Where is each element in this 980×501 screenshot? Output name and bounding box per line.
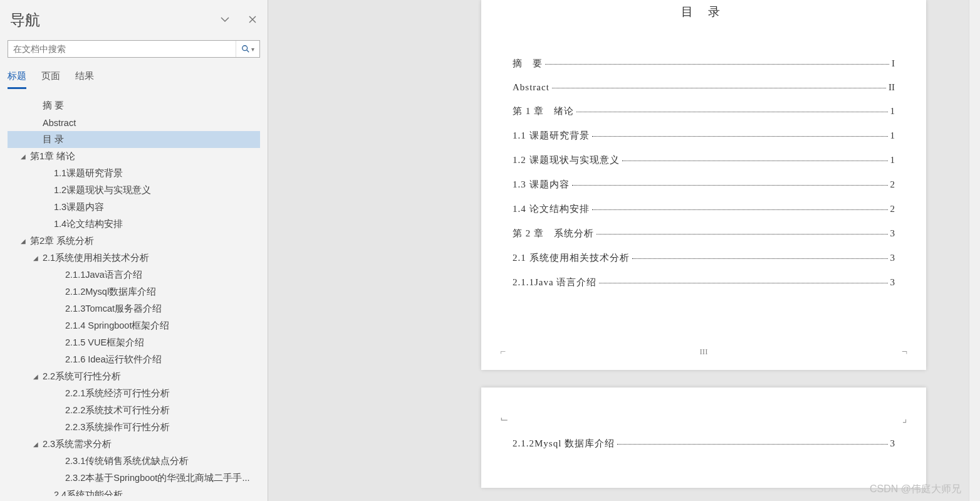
vertical-scrollbar[interactable]	[969, 0, 980, 501]
toc-leader-dots	[576, 112, 888, 112]
outline-item[interactable]: 2.1.5 VUE框架介绍	[8, 334, 260, 351]
tab-results[interactable]: 结果	[75, 68, 94, 89]
toc-leader-dots	[622, 161, 888, 161]
outline-item[interactable]: 1.1课题研究背景	[8, 165, 260, 182]
outline-item[interactable]: ◢第1章 绪论	[8, 148, 260, 165]
toc-page-number: 3	[890, 228, 895, 239]
outline-item-label: 2.3.2本基于Springboot的华强北商城二手手...	[65, 472, 249, 484]
outline-item[interactable]: 2.3.2本基于Springboot的华强北商城二手手...	[8, 470, 260, 487]
outline-item-label: 2.1.3Tomcat服务器介绍	[65, 303, 162, 315]
toc-title: 目 录	[513, 4, 895, 20]
toc-label: 摘 要	[513, 58, 543, 70]
outline-item[interactable]: 2.3.1传统销售系统优缺点分析	[8, 453, 260, 470]
toc-row[interactable]: 1.4 论文结构安排2	[513, 203, 895, 215]
toc-row[interactable]: 1.1 课题研究背景1	[513, 130, 895, 142]
toc-leader-dots	[599, 283, 887, 283]
outline-item-label: 2.1.5 VUE框架介绍	[65, 337, 144, 349]
outline-item[interactable]: ◢2.3系统需求分析	[8, 436, 260, 453]
collapse-arrow-icon[interactable]: ◢	[31, 441, 40, 448]
toc-leader-dots	[545, 64, 889, 65]
toc-row[interactable]: 1.3 课题内容2	[513, 179, 895, 191]
toc-page-number: 3	[890, 277, 895, 288]
toc-page-number: 1	[890, 106, 895, 117]
outline-tree: 摘 要Abstract目 录◢第1章 绪论1.1课题研究背景1.2课题现状与实现…	[8, 97, 260, 496]
toc-leader-dots	[617, 444, 887, 445]
toc-leader-dots	[572, 185, 888, 186]
search-button[interactable]: ▾	[236, 41, 259, 57]
outline-item[interactable]: 摘 要	[8, 97, 260, 114]
collapse-arrow-icon[interactable]: ◢	[19, 238, 28, 245]
toc-page-number: 1	[890, 155, 895, 166]
toc-row[interactable]: 2.1 系统使用相关技术分析3	[513, 252, 895, 264]
nav-title: 导航	[10, 10, 40, 30]
toc-page-number: I	[892, 58, 895, 69]
navigation-panel: 导航 ▾ 标题 页面 结果 摘 要Abstract目 录◢第1章 绪论1.1课题…	[0, 0, 268, 501]
outline-item[interactable]: 2.1.6 Idea运行软件介绍	[8, 351, 260, 368]
outline-item-label: 2.2.1系统经济可行性分析	[65, 388, 170, 399]
svg-point-0	[242, 46, 248, 51]
outline-item[interactable]: 1.4论文结构安排	[8, 216, 260, 233]
toc-label: 第 2 章 系统分析	[513, 228, 594, 240]
outline-item[interactable]: ◢第2章 系统分析	[8, 233, 260, 250]
toc-row[interactable]: 第 2 章 系统分析3	[513, 228, 895, 240]
toc-label: 1.4 论文结构安排	[513, 203, 590, 215]
document-area[interactable]: 目 录 摘 要IAbstractII第 1 章 绪论11.1 课题研究背景11.…	[268, 0, 969, 501]
outline-item[interactable]: 目 录	[8, 131, 260, 148]
collapse-arrow-icon[interactable]: ◢	[31, 373, 40, 380]
tab-headings[interactable]: 标题	[8, 68, 26, 89]
collapse-arrow-icon[interactable]: ◢	[19, 153, 28, 160]
collapse-arrow-icon[interactable]: ◢	[31, 255, 40, 261]
outline-item-label: 2.2系统可行性分析	[43, 371, 121, 382]
page-number: III	[506, 347, 902, 357]
toc-row[interactable]: 摘 要I	[513, 58, 895, 70]
outline-item[interactable]: 2.1.2Mysql数据库介绍	[8, 283, 260, 300]
toc-row[interactable]: AbstractII	[513, 82, 895, 93]
crop-mark-bl: ⌙	[500, 413, 508, 425]
outline-item[interactable]: 2.2.3系统操作可行性分析	[8, 419, 260, 436]
outline-item-label: 2.3系统需求分析	[43, 438, 112, 450]
outline-item[interactable]: 2.2.2系统技术可行性分析	[8, 402, 260, 419]
svg-line-1	[247, 50, 249, 53]
nav-tabs: 标题 页面 结果	[8, 68, 260, 90]
toc-row[interactable]: 1.2 课题现状与实现意义1	[513, 154, 895, 166]
search-icon	[241, 45, 250, 53]
toc-row[interactable]: 第 1 章 绪论1	[513, 105, 895, 117]
outline-item[interactable]: 2.2.1系统经济可行性分析	[8, 385, 260, 402]
outline-item[interactable]: 2.1.3Tomcat服务器介绍	[8, 300, 260, 317]
nav-header-icons	[220, 14, 258, 26]
outline-item-label: 2.3.1传统销售系统优缺点分析	[65, 455, 189, 467]
outline-item[interactable]: 2.1.4 Springboot框架介绍	[8, 317, 260, 334]
toc-leader-dots	[592, 136, 888, 137]
toc-leader-dots	[552, 88, 886, 88]
tab-pages[interactable]: 页面	[41, 68, 60, 89]
search-box: ▾	[8, 40, 260, 58]
outline-item[interactable]: 1.2课题现状与实现意义	[8, 182, 260, 199]
outline-item[interactable]: 2.4系统功能分析	[8, 487, 260, 496]
outline-item[interactable]: Abstract	[8, 114, 260, 131]
outline-item-label: Abstract	[43, 118, 76, 128]
chevron-down-icon[interactable]	[220, 14, 230, 26]
toc-page-number: 3	[890, 438, 895, 449]
page-footer: ⌐ III ¬	[481, 346, 926, 357]
outline-item-label: 2.1.1Java语言介绍	[65, 269, 142, 281]
toc-label: 1.2 课题现状与实现意义	[513, 154, 620, 166]
toc-page-number: 3	[890, 253, 895, 263]
toc-leader-dots	[592, 209, 888, 210]
outline-item-label: 2.4系统功能分析	[54, 489, 123, 496]
crop-mark-right: ¬	[902, 346, 907, 357]
watermark: CSDN @伟庭大师兄	[870, 483, 961, 496]
toc-page-number: 2	[890, 179, 895, 190]
outline-item-label: 摘 要	[43, 100, 64, 112]
outline-item-label: 2.2.3系统操作可行性分析	[65, 421, 170, 433]
search-input[interactable]	[8, 41, 236, 56]
outline-item[interactable]: ◢2.2系统可行性分析	[8, 368, 260, 385]
toc-label: 2.1 系统使用相关技术分析	[513, 252, 630, 264]
toc-row[interactable]: 2.1.2Mysql 数据库介绍3	[513, 438, 895, 450]
toc-row[interactable]: 2.1.1Java 语言介绍3	[513, 277, 895, 288]
close-icon[interactable]	[248, 14, 258, 26]
outline-item[interactable]: ◢2.1系统使用相关技术分析	[8, 250, 260, 266]
outline-item-label: 第2章 系统分析	[30, 235, 94, 247]
outline-item-label: 1.4论文结构安排	[54, 218, 123, 230]
outline-item[interactable]: 1.3课题内容	[8, 199, 260, 216]
outline-item[interactable]: 2.1.1Java语言介绍	[8, 266, 260, 283]
